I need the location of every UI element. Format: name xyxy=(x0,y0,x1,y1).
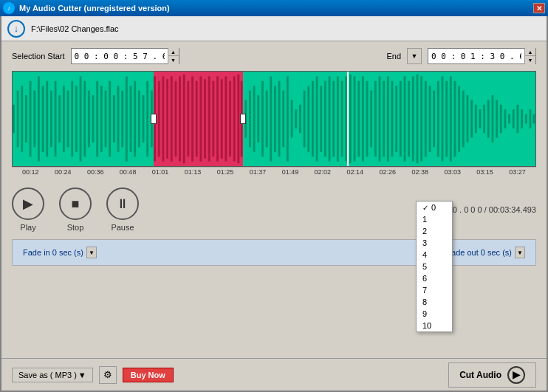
tc-3: 00:36 xyxy=(87,168,104,176)
tc-1: 00:12 xyxy=(22,168,39,176)
fade-out-group: Fade out 0 sec (s) ▼ xyxy=(446,247,525,258)
end-group: End ▼ ▲ ▼ xyxy=(386,48,536,64)
stop-icon: ■ xyxy=(59,188,92,220)
waveform-container[interactable] xyxy=(12,71,536,167)
fade-out-label: Fade out 0 sec (s) xyxy=(446,248,512,257)
fade-in-group: Fade in 0 sec (s) ▼ xyxy=(23,247,97,258)
tc-2: 00:24 xyxy=(55,168,72,176)
end-time-input[interactable] xyxy=(428,50,524,63)
dropdown-item-6[interactable]: 6 xyxy=(417,272,452,284)
selection-handle-left[interactable] xyxy=(151,114,157,124)
start-time-spin-up[interactable]: ▲ xyxy=(168,48,179,56)
gear-icon: ⚙ xyxy=(103,369,112,380)
save-as-button[interactable]: Save as ( MP3 ) ▼ xyxy=(12,368,93,382)
app-icon: ♪ xyxy=(3,2,15,14)
pause-label: Pause xyxy=(111,223,134,232)
tc-4: 00:48 xyxy=(120,168,137,176)
titlebar: ♪ My Audio Cutter (unregistered version)… xyxy=(0,0,548,16)
dropdown-item-0[interactable]: 0 xyxy=(417,202,452,213)
start-time-input[interactable] xyxy=(72,50,168,63)
cut-audio-button[interactable]: Cut Audio ▶ xyxy=(448,362,536,388)
app-title: My Audio Cutter (unregistered version) xyxy=(19,4,170,13)
tc-14: 03:03 xyxy=(444,168,461,176)
start-time-spinner: ▲ ▼ xyxy=(168,48,179,64)
end-time-spin-up[interactable]: ▲ xyxy=(525,48,535,56)
playhead[interactable] xyxy=(347,72,349,166)
bottom-bar: Save as ( MP3 ) ▼ ⚙ Buy Now Cut Audio ▶ xyxy=(1,358,547,391)
start-time-input-group: ▲ ▼ xyxy=(71,48,179,64)
fade-in-label: Fade in 0 sec (s) xyxy=(23,248,83,257)
dropdown-item-7[interactable]: 7 xyxy=(417,284,452,296)
tc-6: 01:13 xyxy=(185,168,202,176)
dropdown-item-3[interactable]: 3 xyxy=(417,237,452,249)
waveform-selected xyxy=(154,72,242,166)
controls-bar: ▶ Play ■ Stop ⏸ Pause 0 . 0 0 0 / 00:03:… xyxy=(1,180,547,239)
dropdown-item-9[interactable]: 9 xyxy=(417,308,452,320)
tc-5: 01:01 xyxy=(152,168,169,176)
fade-out-dropdown[interactable]: ▼ xyxy=(515,247,525,258)
buy-label: Buy Now xyxy=(131,371,165,379)
tc-12: 02:26 xyxy=(379,168,396,176)
play-button[interactable]: ▶ Play xyxy=(12,188,44,232)
cut-audio-label: Cut Audio xyxy=(459,370,501,380)
fade-bar: Fade in 0 sec (s) ▼ Fade out 0 sec (s) ▼ xyxy=(12,239,536,266)
fade-dropdown-menu: 0 1 2 3 4 5 6 7 8 9 10 xyxy=(416,201,453,332)
tc-16: 03:27 xyxy=(509,168,526,176)
end-time-spinner: ▲ ▼ xyxy=(524,48,535,64)
dropdown-item-2[interactable]: 2 xyxy=(417,225,452,237)
play-icon: ▶ xyxy=(12,188,44,220)
selection-start-label: Selection Start xyxy=(12,52,65,61)
dropdown-item-5[interactable]: 5 xyxy=(417,261,452,272)
dropdown-item-4[interactable]: 4 xyxy=(417,249,452,261)
end-time-spin-down[interactable]: ▼ xyxy=(525,56,535,64)
play-label: Play xyxy=(20,223,35,232)
stop-button[interactable]: ■ Stop xyxy=(59,188,92,232)
tc-9: 01:49 xyxy=(282,168,299,176)
tc-15: 03:15 xyxy=(476,168,493,176)
timecode-labels: 00:12 00:24 00:36 00:48 01:01 01:13 01:2… xyxy=(22,168,526,176)
dropdown-item-8[interactable]: 8 xyxy=(417,296,452,308)
main-window: ↓ F:\Files\02 Changes.flac Selection Sta… xyxy=(0,16,548,392)
tc-11: 02:14 xyxy=(347,168,364,176)
buy-now-button[interactable]: Buy Now xyxy=(123,368,174,382)
start-time-spin-down[interactable]: ▼ xyxy=(168,56,179,64)
end-label: End xyxy=(386,52,401,61)
save-as-arrow: ▼ xyxy=(78,371,86,379)
tc-7: 01:25 xyxy=(217,168,234,176)
pause-icon: ⏸ xyxy=(106,188,139,220)
close-button[interactable]: ✕ xyxy=(533,3,545,13)
end-time-input-group: ▲ ▼ xyxy=(428,48,536,64)
pause-button[interactable]: ⏸ Pause xyxy=(106,188,139,232)
download-icon[interactable]: ↓ xyxy=(7,20,25,38)
stop-label: Stop xyxy=(67,223,84,232)
waveform-bg-left xyxy=(13,72,154,166)
save-as-label: Save as ( MP3 ) xyxy=(18,371,77,379)
titlebar-left: ♪ My Audio Cutter (unregistered version) xyxy=(3,2,170,14)
settings-button[interactable]: ⚙ xyxy=(99,366,117,384)
filepath-bar: ↓ F:\Files\02 Changes.flac xyxy=(1,16,547,41)
fade-in-dropdown[interactable]: ▼ xyxy=(86,247,97,258)
selection-handle-right[interactable] xyxy=(240,114,246,124)
selection-bar: Selection Start ▲ ▼ End ▼ ▲ ▼ xyxy=(1,41,547,71)
tc-10: 02:02 xyxy=(315,168,332,176)
dropdown-item-1[interactable]: 1 xyxy=(417,213,452,225)
tc-8: 01:37 xyxy=(250,168,267,176)
timecode-ruler: 00:12 00:24 00:36 00:48 01:01 01:13 01:2… xyxy=(12,167,536,180)
end-dropdown-button[interactable]: ▼ xyxy=(407,48,422,64)
tc-13: 02:38 xyxy=(411,168,428,176)
filepath-text: F:\Files\02 Changes.flac xyxy=(31,24,119,33)
waveform-bg-right xyxy=(243,72,535,166)
dropdown-item-10[interactable]: 10 xyxy=(417,320,452,331)
position-display: 0 . 0 0 0 / 00:03:34.493 xyxy=(453,205,536,214)
cut-audio-arrow: ▶ xyxy=(507,366,525,384)
